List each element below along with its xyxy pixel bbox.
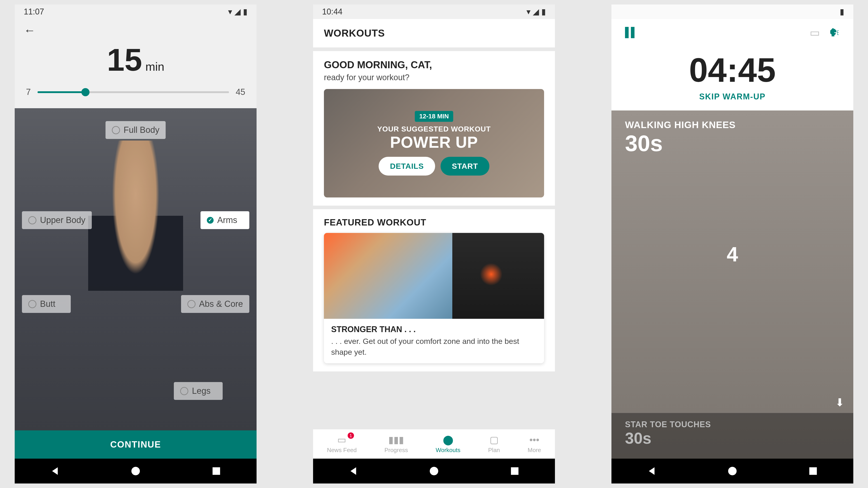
status-icons: ▾ ◢ ▮ [526, 7, 546, 17]
wifi-icon: ▾ [526, 7, 530, 17]
pill-upper-body[interactable]: Upper Body [22, 211, 92, 229]
tab-plan[interactable]: ▢ Plan [488, 434, 500, 454]
featured-title: STRONGER THAN . . . [331, 325, 537, 334]
greeting-sub: ready for your workout? [324, 73, 544, 82]
nav-home-icon[interactable] [130, 465, 141, 477]
radio-checked-icon [207, 217, 214, 224]
nav-back-icon[interactable] [646, 465, 657, 477]
audio-icon[interactable]: 🗣 [829, 26, 840, 39]
svg-rect-3 [511, 467, 518, 475]
duration-unit: min [142, 60, 164, 73]
tab-progress[interactable]: ▮▮▮ Progress [384, 434, 408, 454]
duration-value: 15 [107, 42, 142, 77]
pause-icon [625, 27, 629, 38]
current-exercise-panel: WALKING HIGH KNEES 30s 4 ⬇ STAR TOE TOUC… [612, 110, 853, 459]
tab-label: Workouts [436, 447, 460, 454]
radio-icon [112, 126, 120, 134]
pill-label: Full Body [124, 125, 159, 135]
android-nav-bar [15, 459, 256, 484]
pill-label: Abs & Core [199, 299, 243, 309]
pill-abs-core[interactable]: Abs & Core [181, 295, 249, 313]
more-icon: ••• [529, 434, 539, 445]
nav-recent-icon[interactable] [211, 465, 222, 477]
workouts-content[interactable]: GOOD MORNING, CAT, ready for your workou… [313, 47, 555, 429]
slider-thumb[interactable] [81, 88, 90, 96]
news-icon: ▭ [337, 434, 346, 445]
top-right-icons: ▭ 🗣 [810, 26, 840, 39]
featured-image-left [324, 233, 452, 319]
download-icon[interactable]: ⬇ [835, 396, 844, 409]
rep-count: 4 [727, 243, 738, 266]
nav-home-icon[interactable] [727, 465, 738, 477]
duration-slider[interactable] [37, 91, 229, 93]
status-time: 10:44 [322, 7, 342, 17]
status-icons: ▾ ◢ ▮ [228, 7, 248, 17]
tab-label: Progress [384, 447, 408, 454]
radio-icon [180, 387, 188, 395]
hero-title: POWER UP [390, 133, 478, 151]
hero-buttons: DETAILS START [379, 157, 489, 175]
battery-icon: ▮ [243, 7, 248, 17]
tab-more[interactable]: ••• More [528, 434, 541, 454]
person-icon: ⬤ [443, 434, 454, 445]
nav-back-icon[interactable] [49, 465, 61, 477]
status-time: 11:07 [24, 7, 44, 17]
greeting-card: GOOD MORNING, CAT, ready for your workou… [313, 51, 555, 205]
status-bar: ▮ [612, 4, 853, 19]
nav-recent-icon[interactable] [509, 465, 520, 477]
android-nav-bar [612, 459, 853, 484]
featured-image [324, 233, 544, 319]
pill-label: Legs [192, 386, 211, 396]
radio-icon [187, 300, 195, 308]
workout-top-bar: ▭ 🗣 [612, 19, 853, 46]
pill-label: Arms [217, 215, 237, 225]
continue-button[interactable]: CONTINUE [15, 430, 256, 459]
cast-icon[interactable]: ▭ [810, 26, 820, 39]
skip-warmup-button[interactable]: SKIP WARM-UP [612, 92, 853, 110]
hero-subtitle: YOUR SUGGESTED WORKOUT [377, 125, 491, 133]
featured-workout-card[interactable]: STRONGER THAN . . . . . . ever. Get out … [324, 233, 544, 363]
body-selector: Full Body Upper Body Arms Butt Abs & Cor… [15, 108, 256, 430]
featured-desc: . . . ever. Get out of your comfort zone… [331, 336, 537, 357]
tab-news-feed[interactable]: ▭ 1 News Feed [327, 434, 357, 454]
pill-full-body[interactable]: Full Body [105, 121, 166, 139]
tab-label: News Feed [327, 447, 357, 454]
phone-workouts-home: 10:44 ▾ ◢ ▮ WORKOUTS GOOD MORNING, CAT, … [313, 4, 555, 484]
builder-header: ← 15 min 7 45 [15, 19, 256, 108]
pause-button[interactable] [625, 27, 634, 38]
details-button[interactable]: DETAILS [379, 157, 435, 175]
page-title: WORKOUTS [313, 19, 555, 47]
wifi-icon: ▾ [228, 7, 232, 17]
featured-label: FEATURED WORKOUT [324, 217, 544, 228]
suggested-workout-card[interactable]: 12-18 MIN YOUR SUGGESTED WORKOUT POWER U… [324, 89, 544, 197]
next-exercise-preview[interactable]: STAR TOE TOUCHES 30s [612, 413, 853, 459]
bottom-tab-bar: ▭ 1 News Feed ▮▮▮ Progress ⬤ Workouts ▢ … [313, 429, 555, 459]
start-button[interactable]: START [440, 157, 489, 175]
pill-arms[interactable]: Arms [200, 211, 249, 229]
svg-point-0 [131, 467, 140, 475]
nav-home-icon[interactable] [428, 465, 440, 477]
slider-min-label: 7 [26, 87, 31, 97]
exercise-name: WALKING HIGH KNEES [625, 120, 840, 130]
back-arrow-icon[interactable]: ← [24, 24, 35, 37]
battery-icon: ▮ [541, 7, 546, 17]
pill-butt[interactable]: Butt [22, 295, 71, 313]
next-exercise-duration: 30s [625, 429, 840, 447]
duration-display: 15 min [24, 37, 248, 87]
svg-rect-1 [213, 467, 220, 475]
countdown-timer: 04:45 [612, 46, 853, 92]
radio-icon [28, 216, 36, 224]
pill-legs[interactable]: Legs [174, 382, 223, 400]
radio-icon [28, 300, 36, 308]
duration-slider-row: 7 45 [24, 87, 248, 104]
signal-icon: ◢ [533, 7, 539, 17]
greeting-text: GOOD MORNING, CAT, [324, 59, 544, 70]
tab-workouts[interactable]: ⬤ Workouts [436, 434, 460, 454]
nav-recent-icon[interactable] [807, 465, 819, 477]
nav-back-icon[interactable] [348, 465, 359, 477]
slider-fill [37, 91, 86, 93]
pill-label: Butt [40, 299, 55, 309]
featured-section: FEATURED WORKOUT STRONGER THAN . . . . .… [313, 209, 555, 371]
pause-icon [631, 27, 634, 38]
phone-active-workout: ▮ ▭ 🗣 04:45 SKIP WARM-UP WALKING HIGH KN… [612, 4, 853, 484]
